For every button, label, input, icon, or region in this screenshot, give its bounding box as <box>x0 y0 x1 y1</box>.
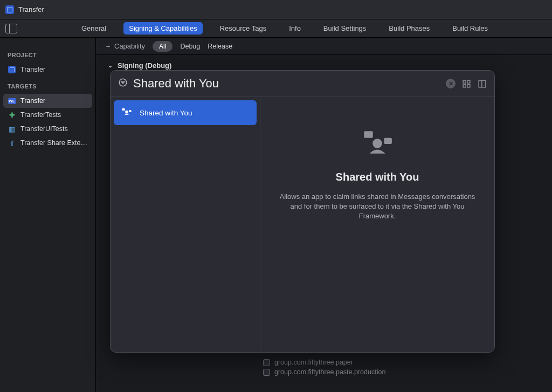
tab-build-settings[interactable]: Build Settings <box>318 22 372 35</box>
app-group-row[interactable]: group.com.fiftythree.paper <box>263 359 385 366</box>
shared-with-you-icon <box>121 107 132 119</box>
targets-section-label: TARGETS <box>3 77 92 94</box>
project-item[interactable]: Transfer <box>3 63 92 77</box>
capability-list: Shared with You <box>111 97 260 352</box>
svg-rect-4 <box>463 80 466 83</box>
target-label: Transfer <box>20 97 45 105</box>
svg-rect-5 <box>467 80 470 83</box>
toolbar: General Signing & Capabilities Resource … <box>0 19 552 38</box>
svg-rect-13 <box>364 131 373 137</box>
target-label: TransferUITests <box>20 125 68 133</box>
share-extension-icon: ⇪ <box>8 139 16 147</box>
target-label: Transfer Share Exte… <box>20 139 87 147</box>
popover-header: ✕ <box>111 71 494 97</box>
svg-rect-15 <box>384 138 391 144</box>
tab-info[interactable]: Info <box>284 22 306 35</box>
editor-tabs: General Signing & Capabilities Resource … <box>17 22 552 35</box>
tab-build-phases[interactable]: Build Phases <box>383 22 435 35</box>
app-group-checkbox[interactable] <box>263 369 270 376</box>
project-navigator: PROJECT Transfer TARGETS WE Transfer ✚ T… <box>0 38 96 392</box>
app-icon <box>5 5 14 14</box>
capability-library-popover: ✕ Shared with You <box>110 70 495 353</box>
filter-release[interactable]: Release <box>208 43 232 50</box>
chevron-down-icon: ⌄ <box>108 62 113 69</box>
sidebar-toggle-icon[interactable] <box>5 24 17 33</box>
app-group-checkbox[interactable] <box>263 359 270 366</box>
grid-view-icon[interactable] <box>462 79 471 88</box>
project-section-label: PROJECT <box>3 45 92 63</box>
plus-icon: ＋ <box>105 42 112 51</box>
svg-rect-7 <box>467 84 470 87</box>
filter-icon[interactable] <box>118 78 128 90</box>
project-icon <box>8 65 16 74</box>
title-bar: Transfer <box>0 0 552 19</box>
shared-with-you-large-icon <box>361 129 394 158</box>
target-label: TransferTests <box>20 111 61 119</box>
add-capability-button[interactable]: ＋ Capability <box>105 42 145 51</box>
filter-debug[interactable]: Debug <box>180 43 200 50</box>
svg-rect-12 <box>129 110 132 112</box>
capability-item-label: Shared with You <box>140 109 192 117</box>
svg-point-11 <box>125 111 128 114</box>
target-share-extension[interactable]: ⇪ Transfer Share Exte… <box>3 136 92 150</box>
capability-detail-description: Allows an app to claim links shared in M… <box>279 192 476 222</box>
add-capability-label: Capability <box>114 42 145 50</box>
detail-view-icon[interactable] <box>478 79 487 88</box>
clear-search-button[interactable]: ✕ <box>446 79 456 88</box>
target-transfer-tests[interactable]: ✚ TransferTests <box>3 108 92 122</box>
tab-signing-capabilities[interactable]: Signing & Capabilities <box>123 22 202 35</box>
target-transfer[interactable]: WE Transfer <box>3 94 92 108</box>
window-title: Transfer <box>18 5 44 13</box>
unit-test-icon: ✚ <box>8 111 16 119</box>
editor-area: ＋ Capability All Debug Release ⌄ Signing… <box>96 38 552 392</box>
capability-search-input[interactable] <box>133 77 440 91</box>
app-group-id: group.com.fiftythree.paste.production <box>274 368 385 376</box>
app-group-id: group.com.fiftythree.paper <box>274 359 353 366</box>
filter-all[interactable]: All <box>153 41 172 52</box>
target-transfer-ui-tests[interactable]: ▥ TransferUITests <box>3 122 92 136</box>
capability-filter-bar: ＋ Capability All Debug Release <box>96 38 552 55</box>
popover-view-controls: ✕ <box>446 79 487 88</box>
app-group-row[interactable]: group.com.fiftythree.paste.production <box>263 368 385 376</box>
svg-point-14 <box>372 139 382 148</box>
capability-detail-title: Shared with You <box>336 171 419 183</box>
ui-test-icon: ▥ <box>8 125 16 133</box>
svg-rect-6 <box>463 84 466 87</box>
capability-item-shared-with-you[interactable]: Shared with You <box>114 100 257 125</box>
app-target-icon: WE <box>8 97 16 105</box>
capability-detail: Shared with You Allows an app to claim l… <box>260 97 494 352</box>
project-name: Transfer <box>20 66 45 73</box>
app-groups-list: group.com.fiftythree.paper group.com.fif… <box>263 359 385 376</box>
tab-build-rules[interactable]: Build Rules <box>447 22 493 35</box>
tab-general[interactable]: General <box>76 22 112 35</box>
popover-body: Shared with You Shared with You Allows a… <box>111 97 494 352</box>
svg-rect-10 <box>122 108 125 111</box>
tab-resource-tags[interactable]: Resource Tags <box>215 22 272 35</box>
signing-section-title: Signing (Debug) <box>118 61 171 70</box>
